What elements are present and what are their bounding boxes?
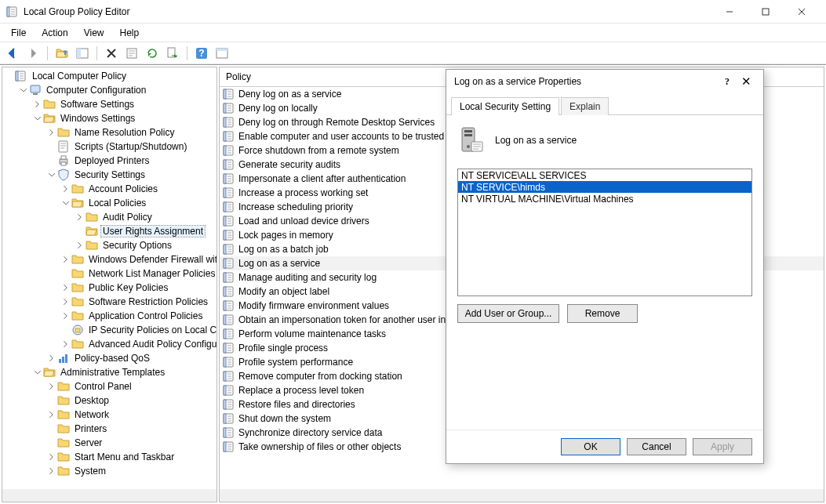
chevron-right-icon[interactable]: [60, 310, 71, 321]
tree-public-key-policies[interactable]: Public Key Policies: [59, 281, 217, 295]
ok-button[interactable]: OK: [561, 438, 620, 455]
chevron-right-icon[interactable]: [46, 466, 57, 477]
member-row[interactable]: NT SERVICE\himds: [458, 181, 751, 193]
apply-button[interactable]: Apply: [693, 438, 752, 455]
folder-icon: [71, 183, 84, 195]
tree-server[interactable]: Server: [45, 436, 217, 450]
dialog-heading: Log on as a service: [495, 135, 577, 146]
dialog-titlebar[interactable]: Log on as a service Properties ? ✕: [446, 70, 763, 93]
toolbar-delete-button[interactable]: [102, 45, 121, 62]
tree-printers[interactable]: Printers: [45, 422, 217, 436]
chevron-right-icon[interactable]: [75, 212, 86, 223]
toolbar-forward-button[interactable]: [24, 45, 42, 62]
tree-application-control-policies[interactable]: Application Control Policies: [59, 309, 217, 323]
chevron-right-icon[interactable]: [60, 296, 71, 307]
chevron-right-icon[interactable]: [46, 353, 57, 364]
tree-name-resolution-policy[interactable]: Name Resolution Policy: [45, 125, 217, 140]
members-listbox[interactable]: NT SERVICE\ALL SERVICESNT SERVICE\himdsN…: [457, 169, 752, 296]
policy-icon: [223, 215, 235, 227]
policy-icon: [223, 314, 235, 326]
tree-local-policies[interactable]: Local Policies: [59, 196, 217, 210]
policy-icon: [223, 441, 235, 453]
tree-windows-defender-firewall[interactable]: Windows Defender Firewall with Advanced …: [59, 252, 217, 267]
menu-file[interactable]: File: [3, 25, 34, 41]
chevron-right-icon[interactable]: [60, 254, 71, 265]
toolbar-filter-button[interactable]: [213, 45, 231, 62]
policy-label: Profile system performance: [238, 357, 353, 368]
window-minimize-button[interactable]: [711, 0, 748, 24]
server-icon: [457, 126, 486, 154]
tree-desktop[interactable]: Desktop: [45, 393, 217, 408]
chevron-right-icon[interactable]: [75, 240, 86, 251]
folder-icon: [71, 296, 84, 308]
menu-action[interactable]: Action: [34, 25, 75, 41]
window-maximize-button[interactable]: [748, 0, 784, 24]
tab-local-security-setting[interactable]: Local Security Setting: [451, 97, 559, 115]
tree-control-panel[interactable]: Control Panel: [45, 379, 217, 393]
tree-system[interactable]: System: [45, 464, 217, 478]
tree-security-options[interactable]: Security Options: [73, 238, 217, 252]
member-row[interactable]: NT VIRTUAL MACHINE\Virtual Machines: [458, 193, 751, 205]
tree-advanced-audit-policy[interactable]: Advanced Audit Policy Configuration: [59, 337, 217, 351]
folder-open-icon: [71, 197, 84, 209]
tree-audit-policy[interactable]: Audit Policy: [73, 210, 217, 224]
tree-computer-configuration[interactable]: Computer Configuration: [16, 83, 217, 97]
policy-icon: [223, 342, 235, 354]
toolbar-show-hide-tree-button[interactable]: [73, 45, 92, 62]
tree-deployed-printers[interactable]: Deployed Printers: [45, 154, 217, 168]
add-user-or-group-button[interactable]: Add User or Group...: [457, 304, 559, 323]
chevron-right-icon[interactable]: [60, 282, 71, 293]
menu-view[interactable]: View: [76, 25, 112, 41]
toolbar-up-button[interactable]: [53, 45, 71, 62]
toolbar-help-button[interactable]: ?: [192, 45, 211, 62]
tree-security-settings[interactable]: Security Settings: [45, 168, 217, 182]
chevron-right-icon[interactable]: [32, 99, 43, 110]
policy-label: Increase scheduling priority: [238, 201, 353, 212]
chevron-down-icon[interactable]: [32, 113, 43, 124]
toolbar-back-button[interactable]: [3, 45, 22, 62]
tree-network-list-manager-policies[interactable]: Network List Manager Policies: [59, 267, 217, 281]
chevron-down-icon[interactable]: [46, 169, 57, 180]
dialog-close-button[interactable]: ✕: [737, 74, 755, 89]
printer-icon: [57, 154, 70, 167]
tree-pane[interactable]: Local Computer Policy Computer Configura…: [2, 67, 217, 502]
member-row[interactable]: NT SERVICE\ALL SERVICES: [458, 169, 751, 181]
tree-software-settings[interactable]: Software Settings: [31, 97, 217, 111]
tree-user-rights-assignment[interactable]: User Rights Assignment: [73, 224, 217, 238]
chevron-right-icon[interactable]: [46, 451, 57, 462]
tree-scrollbar[interactable]: [2, 489, 217, 502]
chevron-right-icon[interactable]: [60, 339, 71, 350]
tree-start-menu-taskbar[interactable]: Start Menu and Taskbar: [45, 450, 217, 464]
toolbar-export-button[interactable]: [163, 45, 182, 62]
chevron-right-icon[interactable]: [46, 381, 57, 392]
tree-account-policies[interactable]: Account Policies: [59, 182, 217, 196]
chevron-down-icon[interactable]: [18, 85, 29, 96]
menu-help[interactable]: Help: [112, 25, 147, 41]
tree-root[interactable]: Local Computer Policy: [2, 69, 217, 83]
dialog-help-button[interactable]: ?: [718, 76, 737, 88]
policy-label: Deny log on through Remote Desktop Servi…: [238, 117, 435, 128]
policy-icon: [223, 88, 235, 100]
cancel-button[interactable]: Cancel: [627, 438, 686, 455]
chevron-right-icon[interactable]: [46, 409, 57, 420]
policy-icon: [223, 201, 235, 213]
tab-explain[interactable]: Explain: [561, 97, 609, 115]
toolbar-refresh-button[interactable]: [143, 45, 162, 62]
tree-windows-settings[interactable]: Windows Settings: [31, 111, 217, 125]
tree-administrative-templates[interactable]: Administrative Templates: [31, 365, 217, 379]
remove-button[interactable]: Remove: [567, 304, 638, 323]
chevron-right-icon[interactable]: [60, 183, 71, 194]
tree-ip-security-policies[interactable]: IP Security Policies on Local Computer: [59, 323, 217, 337]
chevron-down-icon[interactable]: [60, 198, 71, 208]
ipsec-icon: [71, 324, 84, 336]
list-scrollbar[interactable]: [220, 489, 824, 502]
chevron-down-icon[interactable]: [32, 367, 43, 378]
toolbar-properties-button[interactable]: [122, 45, 141, 62]
window-close-button[interactable]: [784, 0, 820, 24]
tree-scripts[interactable]: Scripts (Startup/Shutdown): [45, 140, 217, 154]
tree-software-restriction-policies[interactable]: Software Restriction Policies: [59, 295, 217, 309]
tree-policy-based-qos[interactable]: Policy-based QoS: [45, 351, 217, 365]
tree-network[interactable]: Network: [45, 408, 217, 422]
svg-rect-33: [464, 130, 472, 132]
chevron-right-icon[interactable]: [46, 127, 57, 138]
